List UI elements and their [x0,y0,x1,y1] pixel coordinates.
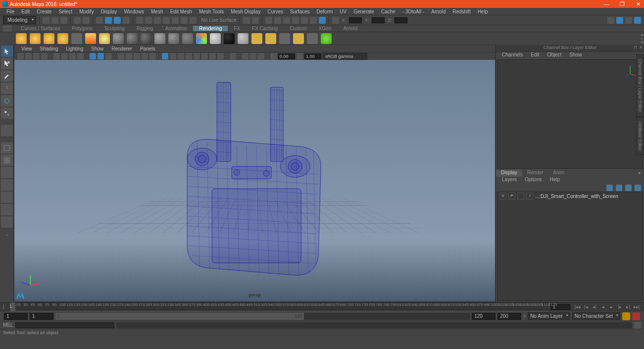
range-handle[interactable]: 1 120 [55,313,304,320]
layer-row[interactable]: V P / ...:DJI_Smart_Controller_with_Scre… [497,192,643,200]
vp-use-lights-icon[interactable] [162,53,168,59]
layer-list[interactable]: V P / ...:DJI_Smart_Controller_with_Scre… [497,192,643,301]
menu-generate[interactable]: Generate [350,9,378,14]
layer-menu-help[interactable]: Help [545,177,564,184]
sphere-gray1-icon[interactable] [113,33,124,44]
vp-menu-view[interactable]: View [17,46,36,51]
layer-name[interactable]: ...:DJI_Smart_Controller_with_Screen [535,194,618,199]
layer-new-empty-icon[interactable] [625,185,632,191]
maximize-button[interactable]: ❐ [618,1,626,7]
range-start-input[interactable] [4,313,28,320]
vp-gate-mask-icon[interactable] [98,53,104,59]
sphere-dark-icon[interactable] [224,33,235,44]
menu-edit-mesh[interactable]: Edit Mesh [166,9,195,14]
vp-grid-icon[interactable] [69,53,76,59]
shelf-tab-fx-caching[interactable]: FX Caching [246,26,284,31]
sphere-mid-icon[interactable] [238,33,248,44]
tool-settings-toggle-icon[interactable] [625,17,632,24]
directional-light-icon[interactable] [16,33,27,44]
vp-smooth-shade-icon[interactable] [142,53,148,59]
vp-wireframe-shaded-icon[interactable] [250,53,256,59]
layer-menu-layers[interactable]: Layers [498,177,521,184]
menu-uv[interactable]: UV [336,9,350,14]
redo-icon[interactable] [83,17,90,24]
select-component-icon[interactable] [114,17,121,24]
vp-aa-icon[interactable] [194,53,200,59]
vp-menu-renderer[interactable]: Renderer [107,46,136,51]
render-current-shelf-icon[interactable] [251,33,262,44]
select-tool[interactable] [1,46,13,57]
scale-tool[interactable] [1,107,13,119]
layer-playback-toggle[interactable]: P [508,193,515,199]
shelf-edit-icon[interactable] [3,29,12,32]
panel-close-icon[interactable]: ✕ [639,45,643,50]
vp-gamma-icon[interactable] [297,53,303,59]
snap-live-icon[interactable] [181,17,188,24]
menu-modify[interactable]: Modify [76,9,97,14]
render-settings-shelf-icon[interactable] [99,33,110,44]
hypershade-icon[interactable] [301,17,308,24]
menu-redshift[interactable]: Redshift [449,9,474,14]
vp-shadows-icon[interactable] [170,53,176,59]
go-end-button[interactable]: ▸▸| [633,303,640,310]
vp-ao-icon[interactable] [178,53,184,59]
vp-bookmark-icon[interactable] [33,53,40,59]
vp-menu-shading[interactable]: Shading [36,46,62,51]
mental-ray-icon[interactable] [321,33,332,44]
ramp-shader-icon[interactable] [196,33,207,44]
menu-surfaces[interactable]: Surfaces [287,9,313,14]
history-off-icon[interactable] [252,17,259,24]
vp-exposure-input[interactable] [278,53,295,59]
paint-select-tool[interactable] [1,70,13,82]
vp-film-gate-icon[interactable] [77,53,84,59]
shelf-tab-curves-surfaces[interactable]: Curves / Surfaces [15,26,66,31]
sphere-gray4-icon[interactable] [154,33,165,44]
new-scene-icon[interactable] [43,17,50,24]
side-tab-channel-box-layer-editor[interactable]: Channel Box / Layer Editor [636,54,644,117]
go-start-button[interactable]: |◂◂ [574,303,581,310]
step-forward-key-button[interactable]: ▸| [625,303,632,310]
shelf-tab-arnold[interactable]: Arnold [337,26,363,31]
input-mode-icon[interactable] [332,17,339,24]
range-bar[interactable]: 1 120 [55,313,470,320]
render-view-icon[interactable] [310,17,317,24]
vp-safe-title-icon[interactable] [126,53,132,59]
vp-2d-pan-icon[interactable] [53,53,60,59]
x-input[interactable] [349,17,362,23]
vp-exposure-icon[interactable] [270,53,277,59]
range-out-input[interactable] [472,313,495,320]
shelf-menu-icon[interactable] [3,25,12,28]
rotate-tool[interactable] [1,95,13,106]
layer-tab-render[interactable]: Render [522,170,548,177]
history-on-icon[interactable] [243,17,250,24]
menu-edit[interactable]: Edit [18,9,33,14]
shelf-tab-polygons[interactable]: Polygons [66,26,98,31]
graph-layout[interactable] [1,216,13,228]
lasso-tool[interactable] [1,58,13,69]
point-light-icon[interactable] [30,33,41,44]
select-mask-icon[interactable] [123,17,130,24]
cb-menu-object[interactable]: Object [544,52,566,58]
sphere-light-icon[interactable] [210,33,221,44]
set-keyframe-icon[interactable] [632,312,640,320]
step-forward-button[interactable]: |▸ [616,303,623,310]
vp-isolate-icon[interactable] [209,53,216,59]
cb-menu-show[interactable]: Show [565,52,586,58]
two-pane-v-layout[interactable] [1,179,13,191]
time-ruler[interactable]: 1 11530456075901051201351501651801952102… [9,302,548,311]
vp-field-chart-icon[interactable] [105,53,112,59]
snap-surface-icon[interactable] [172,17,179,24]
workspace-selector[interactable]: Modeling [3,16,36,24]
vp-displacement-icon[interactable] [258,53,264,59]
layer-tabs-arrow-icon[interactable]: ▸ [636,170,644,177]
shelf-scroll-down-icon[interactable]: ▾ [641,41,643,45]
menu--3dtoall-[interactable]: - 3DtoAll - [399,9,428,14]
vp-resolution-gate-icon[interactable] [90,53,96,59]
cmd-input[interactable] [15,322,114,328]
shelf-tab-fx[interactable]: FX [228,26,246,31]
save-scene-icon[interactable] [60,17,67,24]
layer-color-swatch[interactable]: / [526,193,533,199]
sphere-gray5-icon[interactable] [168,33,179,44]
menu-curves[interactable]: Curves [264,9,287,14]
move-tool[interactable] [1,83,13,94]
